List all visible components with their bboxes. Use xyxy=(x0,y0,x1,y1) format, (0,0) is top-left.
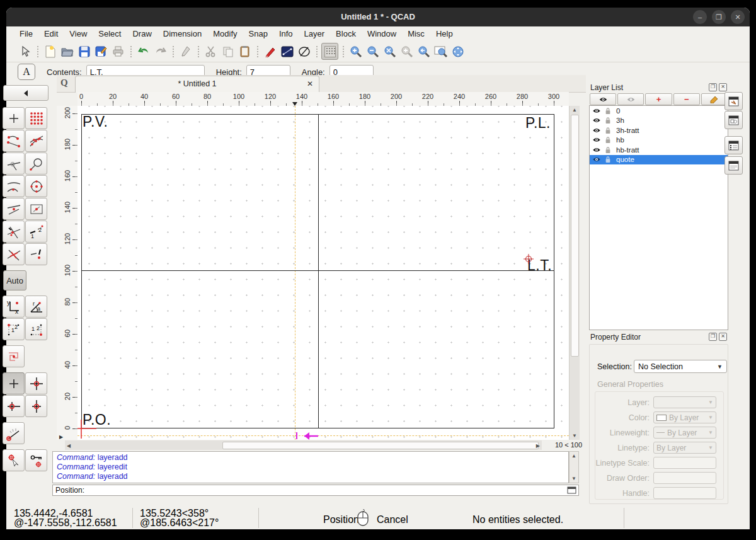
scroll-up-arrow[interactable]: ▲ xyxy=(570,107,580,113)
scroll-left-arrow[interactable]: ◀ xyxy=(67,443,71,449)
layer-row[interactable]: 3h xyxy=(590,116,728,126)
snap-tangential-icon[interactable] xyxy=(25,152,47,175)
float-panel-icon[interactable]: ❐ xyxy=(709,333,717,341)
restrict-orthogonal-icon[interactable] xyxy=(25,372,47,394)
maximize-button[interactable]: ❐ xyxy=(712,10,726,24)
tab-close-icon[interactable]: ✕ xyxy=(307,79,313,88)
layer-visibility-icon[interactable] xyxy=(592,137,601,143)
snap-reference-icon[interactable] xyxy=(25,198,47,220)
snap-polyline-icon[interactable] xyxy=(3,345,25,367)
snap-endpoints-icon[interactable] xyxy=(3,130,25,152)
layer-row[interactable]: hb xyxy=(590,135,728,146)
restrict-vertical-icon[interactable] xyxy=(25,395,47,417)
layer-row[interactable]: 3h-tratt xyxy=(590,125,728,135)
close-panel-icon[interactable]: ✕ xyxy=(719,333,727,341)
scroll-down-arrow[interactable]: ▼ xyxy=(570,476,578,481)
layer-list-titlebar[interactable]: Layer List ❐ ✕ xyxy=(588,82,730,93)
back-button[interactable] xyxy=(3,85,49,101)
print-icon[interactable] xyxy=(110,43,126,59)
restrict-horizontal-icon[interactable] xyxy=(3,395,25,417)
menu-snap[interactable]: Snap xyxy=(243,28,273,40)
coordinate-polar-icon[interactable]: ra xyxy=(25,296,47,318)
undo-icon[interactable] xyxy=(135,43,151,59)
snap-intersection-icon[interactable] xyxy=(3,243,25,265)
vertical-scrollbar-thumb[interactable] xyxy=(571,115,579,357)
lock-relative-zero-icon[interactable] xyxy=(25,449,47,471)
menu-edit[interactable]: Edit xyxy=(38,28,64,40)
drawing-canvas[interactable]: P.V. P.L. L.T. P.O. xyxy=(77,106,569,440)
close-panel-icon[interactable]: ✕ xyxy=(719,83,727,91)
vertical-scrollbar[interactable]: ▲ ▼ xyxy=(569,106,580,440)
ellipse-tool-icon[interactable] xyxy=(296,43,312,59)
edit-layer-button[interactable] xyxy=(701,93,728,105)
layer-visibility-icon[interactable] xyxy=(592,108,601,114)
close-button[interactable]: ✕ xyxy=(731,10,745,24)
property-editor-titlebar[interactable]: Property Editor ❐ ✕ xyxy=(588,331,730,342)
pen-icon[interactable] xyxy=(178,43,193,59)
title-bar[interactable]: Untitled 1 * - QCAD – ❐ ✕ xyxy=(6,8,750,26)
draw-order-input[interactable] xyxy=(653,472,716,484)
scroll-right-arrow[interactable]: ▶ xyxy=(536,443,540,449)
snap-off-icon[interactable] xyxy=(25,243,47,265)
menu-window[interactable]: Window xyxy=(362,28,402,40)
layer-lock-icon[interactable] xyxy=(605,136,611,144)
toggle-command-window-icon[interactable] xyxy=(567,486,576,494)
snap-grid-icon[interactable] xyxy=(25,107,47,129)
color-dropdown[interactable]: By Layer▼ xyxy=(653,411,716,423)
scroll-down-arrow[interactable]: ▼ xyxy=(570,433,580,439)
ruler-corner-arrow-icon[interactable]: ▶ xyxy=(59,434,63,440)
draw-text-icon[interactable] xyxy=(262,43,278,59)
snap-perpendicular-icon[interactable] xyxy=(3,152,25,175)
dock-library-browser-button[interactable] xyxy=(724,156,743,175)
distance-manual-1-icon[interactable]: 12 xyxy=(3,318,25,340)
layer-visibility-icon[interactable] xyxy=(592,147,601,153)
layer-visibility-icon[interactable] xyxy=(592,156,601,163)
menu-dimension[interactable]: Dimension xyxy=(158,28,207,40)
menu-modify[interactable]: Modify xyxy=(207,28,243,40)
float-panel-icon[interactable]: ❐ xyxy=(709,83,717,91)
handle-input[interactable] xyxy=(653,487,716,499)
dock-layer-list-button[interactable] xyxy=(724,136,743,154)
paste-icon[interactable] xyxy=(237,43,253,59)
set-relative-zero-icon[interactable] xyxy=(3,449,25,471)
layer-lock-icon[interactable] xyxy=(605,127,611,134)
pan-icon[interactable] xyxy=(450,43,466,59)
linetype-scale-input[interactable] xyxy=(653,457,716,469)
minimize-button[interactable]: – xyxy=(693,10,707,24)
zoom-actual-icon[interactable] xyxy=(399,43,415,59)
menu-select[interactable]: Select xyxy=(93,28,127,40)
redo-icon[interactable] xyxy=(152,43,168,59)
restrict-angle-icon[interactable] xyxy=(3,422,25,444)
layer-row[interactable]: hb-tratt xyxy=(590,145,728,155)
menu-draw[interactable]: Draw xyxy=(127,28,157,40)
distance-manual-2-icon[interactable]: 12 xyxy=(25,318,47,340)
layer-lock-icon[interactable] xyxy=(605,107,611,115)
save-icon[interactable] xyxy=(76,43,92,59)
select-arrow-icon[interactable] xyxy=(17,43,33,59)
menu-layer[interactable]: Layer xyxy=(299,28,331,40)
show-all-layers-button[interactable] xyxy=(590,93,616,105)
menu-info[interactable]: Info xyxy=(273,28,299,40)
linetype-dropdown[interactable]: By Layer▼ xyxy=(653,442,716,454)
add-layer-button[interactable]: + xyxy=(645,93,672,105)
menu-misc[interactable]: Misc xyxy=(402,28,430,40)
snap-middle-icon[interactable] xyxy=(3,198,25,220)
layer-visibility-icon[interactable] xyxy=(592,127,601,134)
menu-file[interactable]: File xyxy=(14,28,38,40)
layer-visibility-icon[interactable] xyxy=(592,117,601,124)
open-file-icon[interactable] xyxy=(59,43,75,59)
line-tool-icon[interactable] xyxy=(279,43,295,59)
snap-on-entity-icon[interactable] xyxy=(25,130,47,152)
hide-all-layers-button[interactable] xyxy=(617,93,644,105)
dock-property-editor-button[interactable] xyxy=(724,92,743,110)
snap-auto-button[interactable]: Auto xyxy=(3,270,26,290)
selection-dropdown[interactable]: No Selection ▼ xyxy=(634,360,727,373)
save-as-icon[interactable] xyxy=(93,43,109,59)
text-tool-button[interactable]: A xyxy=(18,64,35,80)
cut-icon[interactable] xyxy=(203,43,219,59)
horizontal-scrollbar[interactable]: ◀ ▶ xyxy=(65,440,542,450)
new-file-icon[interactable] xyxy=(42,43,58,59)
grid-toggle-icon[interactable] xyxy=(321,43,338,60)
snap-middle-manual-icon[interactable] xyxy=(3,175,25,197)
layer-row-selected[interactable]: quote xyxy=(590,155,728,165)
